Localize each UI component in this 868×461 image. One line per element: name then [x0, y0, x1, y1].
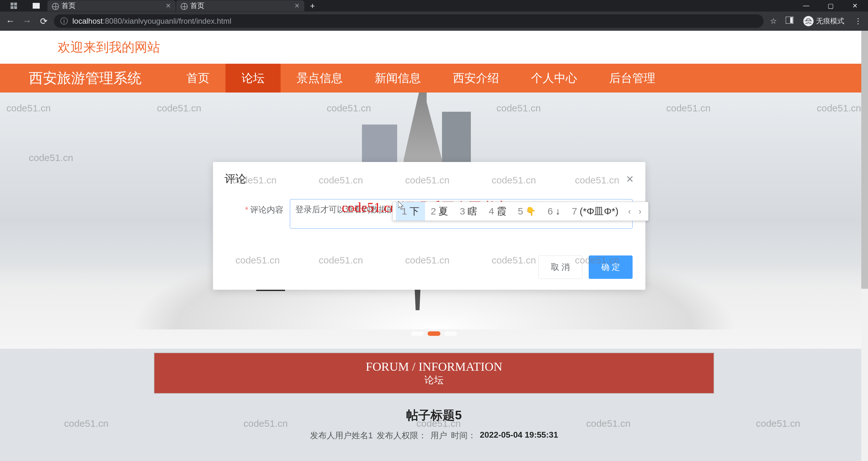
ime-prev-icon[interactable]: ‹	[624, 206, 635, 217]
close-icon[interactable]: ✕	[294, 2, 300, 10]
info-icon[interactable]: ⓘ	[60, 16, 68, 26]
browser-toolbar: ← → ⟳ ⓘ localhost:8080/xianlvyouguanli/f…	[0, 11, 868, 31]
more-icon[interactable]: ⋮	[852, 17, 864, 26]
globe-icon	[52, 3, 58, 9]
ime-candidate-4[interactable]: 4 霞	[483, 202, 512, 221]
window-tab[interactable]	[25, 1, 48, 10]
reload-icon[interactable]: ⟳	[37, 16, 50, 27]
maximize-icon[interactable]: ▢	[823, 2, 838, 10]
tab-title: 首页	[190, 1, 290, 10]
close-icon[interactable]: ✕	[165, 2, 171, 10]
minimize-icon[interactable]: —	[799, 2, 813, 10]
close-icon[interactable]: ✕	[626, 173, 634, 185]
ime-candidate-1[interactable]: 1 下	[396, 202, 425, 221]
svg-rect-4	[33, 3, 40, 9]
ime-candidate-5[interactable]: 5 👇	[512, 202, 542, 221]
svg-rect-1	[14, 3, 17, 5]
ime-next-icon[interactable]: ›	[635, 206, 645, 217]
browser-tab-2[interactable]: 首页 ✕	[176, 0, 304, 11]
ime-candidate-6[interactable]: 6 ↓	[541, 202, 566, 221]
forward-icon[interactable]: →	[21, 16, 33, 26]
ime-candidate-bar: 1 下 2 夏 3 瞎 4 霞 5 👇 6 ↓ 7 (*Φ皿Φ*) ‹ ›	[392, 202, 649, 221]
field-label: *评论内容	[226, 199, 283, 216]
panel-icon[interactable]	[783, 17, 796, 26]
window-switcher[interactable]	[3, 1, 25, 10]
incognito-icon	[803, 16, 813, 26]
comment-modal: 评论 ✕ *评论内容 code51.cn code51.cn code51.cn…	[213, 162, 645, 290]
incognito-label: 无痕模式	[816, 16, 844, 26]
url-path: /xianlvyouguanli/front/index.html	[122, 17, 231, 25]
ime-candidate-2[interactable]: 2 夏	[425, 202, 454, 221]
ime-candidate-7[interactable]: 7 (*Φ皿Φ*)	[566, 202, 624, 221]
svg-rect-2	[10, 6, 13, 9]
browser-titlebar: 首页 ✕ 首页 ✕ + — ▢ ✕	[0, 0, 868, 11]
ime-candidate-3[interactable]: 3 瞎	[454, 202, 483, 221]
address-bar[interactable]: ⓘ localhost:8080/xianlvyouguanli/front/i…	[54, 14, 764, 28]
star-icon[interactable]: ☆	[768, 17, 780, 26]
svg-rect-6	[790, 17, 793, 23]
globe-icon	[181, 3, 186, 9]
new-tab-button[interactable]: +	[305, 1, 320, 11]
required-mark: *	[245, 205, 248, 215]
tab-strip: 首页 ✕ 首页 ✕ +	[3, 0, 320, 11]
modal-backdrop: 评论 ✕ *评论内容 code51.cn code51.cn code51.cn…	[0, 31, 861, 461]
scrollbar-thumb[interactable]	[861, 31, 868, 289]
window-controls: — ▢ ✕	[799, 2, 865, 10]
close-window-icon[interactable]: ✕	[847, 2, 862, 10]
svg-rect-0	[10, 3, 13, 5]
page-scrollbar[interactable]	[861, 31, 868, 461]
browser-tab-1[interactable]: 首页 ✕	[48, 0, 176, 11]
svg-rect-3	[14, 6, 17, 9]
url-port: :8080	[103, 17, 122, 25]
url-host: localhost	[72, 17, 103, 25]
modal-body: *评论内容 code51.cn code51.cn code51.cn code…	[213, 193, 645, 250]
tab-title: 首页	[62, 1, 162, 10]
back-icon[interactable]: ←	[4, 16, 17, 26]
incognito-badge[interactable]: 无痕模式	[800, 16, 848, 26]
